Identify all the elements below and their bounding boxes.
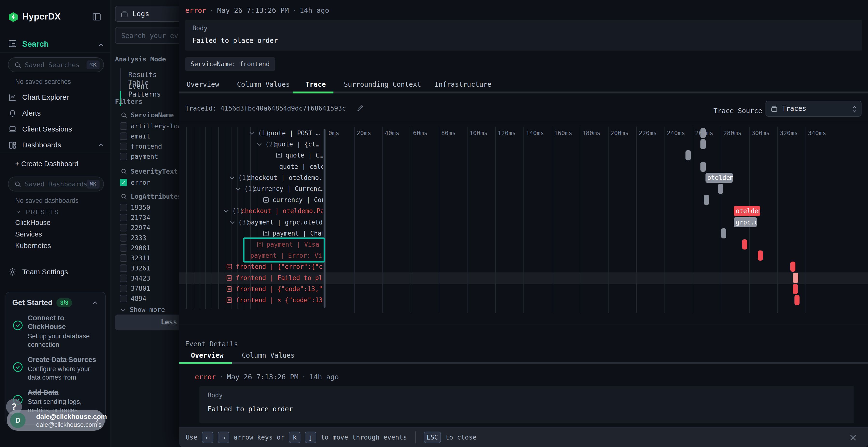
source-select[interactable]: Logs bbox=[115, 6, 179, 22]
saved-searches-input[interactable]: Saved Searches ⌘K bbox=[8, 57, 104, 72]
checkbox[interactable] bbox=[120, 295, 127, 302]
checkbox[interactable] bbox=[120, 244, 127, 252]
checkbox[interactable] bbox=[120, 153, 127, 160]
search-icon[interactable] bbox=[121, 168, 127, 175]
checkbox[interactable] bbox=[120, 265, 127, 272]
less-filters-button[interactable]: Less fil bbox=[115, 314, 179, 330]
filter-option-artillery-loa[interactable]: artillery-loa bbox=[111, 122, 179, 132]
preset-item-clickhouse[interactable]: ClickHouse bbox=[15, 219, 51, 227]
search-icon[interactable] bbox=[121, 193, 127, 200]
preset-item-services[interactable]: Services bbox=[15, 230, 42, 238]
span-bar[interactable] bbox=[758, 250, 763, 261]
sidebar-section-search[interactable]: Search bbox=[22, 39, 49, 49]
tab-trace[interactable]: Trace bbox=[306, 80, 326, 89]
preset-item-kubernetes[interactable]: Kubernetes bbox=[15, 242, 51, 250]
create-dashboard-button[interactable]: + Create Dashboard bbox=[15, 160, 79, 168]
filter-option-32311[interactable]: 32311 bbox=[111, 253, 179, 264]
filter-option-22974[interactable]: 22974 bbox=[111, 223, 179, 233]
presets-header[interactable]: PRESETS bbox=[15, 209, 59, 215]
get-started-item[interactable]: Connect to ClickHouseSet up your databas… bbox=[12, 314, 99, 349]
span-label[interactable]: currency | Currenc… bbox=[253, 185, 322, 193]
event-search-input[interactable]: Search your ev bbox=[115, 27, 179, 44]
user-menu[interactable]: D dale@clickhouse.com dale@clickhouse.co… bbox=[7, 410, 105, 431]
span-bar[interactable] bbox=[718, 184, 723, 194]
checkbox[interactable] bbox=[120, 275, 127, 282]
close-icon[interactable] bbox=[849, 433, 858, 442]
tab-surrounding-context[interactable]: Surrounding Context bbox=[344, 80, 421, 89]
span-label[interactable]: payment | grpc.oteld… bbox=[247, 219, 322, 226]
tab-column-values[interactable]: Column Values bbox=[237, 80, 290, 89]
tree-chevron-down-icon[interactable] bbox=[235, 185, 242, 193]
span-bar[interactable] bbox=[795, 295, 800, 305]
checkbox[interactable] bbox=[120, 224, 127, 232]
span-label[interactable]: checkout | oteldemo.… bbox=[247, 174, 322, 181]
event-details-tab-column-values[interactable]: Column Values bbox=[242, 351, 294, 359]
span-bar[interactable] bbox=[701, 128, 706, 138]
sidebar-item-alerts[interactable]: Alerts bbox=[0, 105, 111, 122]
span-label[interactable]: quote | calc… bbox=[279, 163, 322, 170]
span-bar[interactable] bbox=[701, 162, 706, 172]
checkbox[interactable] bbox=[120, 143, 127, 150]
span-bar[interactable] bbox=[701, 139, 706, 149]
waterfall-scrollbar[interactable] bbox=[323, 129, 326, 308]
span-label[interactable]: quote | {cl… bbox=[274, 141, 319, 148]
show-more-button[interactable]: Show more bbox=[111, 306, 179, 315]
service-name-chip[interactable]: ServiceName: frontend bbox=[185, 57, 275, 71]
span-label[interactable]: currency | Conv… bbox=[273, 196, 322, 204]
tree-chevron-down-icon[interactable] bbox=[222, 207, 230, 215]
get-started-item[interactable]: Create Data SourcesConfigure where your … bbox=[12, 355, 99, 382]
checkbox[interactable] bbox=[120, 133, 127, 140]
checkbox[interactable] bbox=[120, 122, 127, 130]
filter-option-4894[interactable]: 4894 bbox=[111, 294, 179, 304]
sidebar-item-client-sessions[interactable]: Client Sessions bbox=[0, 122, 111, 137]
filter-option-payment[interactable]: payment bbox=[111, 152, 179, 162]
span-bar[interactable]: oteldemo bbox=[734, 206, 760, 216]
chevron-up-icon[interactable] bbox=[97, 41, 105, 49]
tree-chevron-down-icon[interactable] bbox=[228, 174, 236, 181]
checkbox[interactable] bbox=[120, 214, 127, 221]
tree-chevron-down-icon[interactable] bbox=[248, 130, 255, 137]
collapse-sidebar-icon[interactable] bbox=[92, 12, 101, 22]
checkbox[interactable] bbox=[120, 204, 127, 211]
span-bar[interactable] bbox=[793, 284, 798, 294]
sidebar-item-chart-explorer[interactable]: Chart Explorer bbox=[0, 90, 111, 105]
chevron-up-icon[interactable] bbox=[97, 141, 104, 148]
span-label[interactable]: quote | C… bbox=[285, 152, 322, 159]
span-label[interactable]: checkout | oteldemo.Pa… bbox=[241, 207, 322, 215]
sidebar-item-team-settings[interactable]: Team Settings bbox=[0, 265, 111, 280]
span-label[interactable]: payment | Charge … bbox=[273, 230, 322, 237]
filter-option-error[interactable]: ✓error bbox=[111, 178, 179, 188]
filter-option-19350[interactable]: 19350 bbox=[111, 203, 179, 213]
filter-option-33261[interactable]: 33261 bbox=[111, 264, 179, 274]
span-bar[interactable]: oteldemo bbox=[706, 173, 733, 183]
tab-infrastructure[interactable]: Infrastructure bbox=[434, 80, 491, 89]
filter-option-34423[interactable]: 34423 bbox=[111, 274, 179, 284]
tree-chevron-down-icon[interactable] bbox=[255, 141, 263, 148]
span-label[interactable]: frontend | {"code":13,"det… bbox=[236, 285, 322, 293]
filter-option-21734[interactable]: 21734 bbox=[111, 213, 179, 223]
span-label[interactable]: frontend | {"error":{"code… bbox=[236, 263, 322, 270]
edit-icon[interactable] bbox=[356, 105, 364, 112]
tree-chevron-down-icon[interactable] bbox=[228, 219, 236, 226]
checkbox-checked[interactable]: ✓ bbox=[120, 179, 127, 186]
span-label[interactable]: frontend | Failed to place… bbox=[236, 274, 322, 281]
filter-option-2333[interactable]: 2333 bbox=[111, 233, 179, 243]
span-label[interactable]: frontend | × {"code":13,"d… bbox=[236, 297, 322, 304]
sidebar-item-dashboards[interactable]: Dashboards bbox=[0, 137, 111, 153]
span-label[interactable]: quote | POST … bbox=[267, 130, 320, 137]
checkbox[interactable] bbox=[120, 234, 127, 242]
span-bar[interactable] bbox=[790, 262, 796, 272]
checkbox[interactable] bbox=[120, 285, 127, 292]
span-bar[interactable] bbox=[793, 273, 798, 283]
search-icon[interactable] bbox=[121, 112, 127, 118]
saved-dashboards-input[interactable]: Saved Dashboards ⌘K bbox=[8, 176, 104, 192]
span-bar[interactable] bbox=[721, 228, 726, 238]
filter-option-29081[interactable]: 29081 bbox=[111, 243, 179, 253]
analysis-mode-event-patterns[interactable]: Event Patterns bbox=[128, 82, 179, 98]
chevron-up-icon[interactable] bbox=[92, 299, 99, 306]
filter-option-37801[interactable]: 37801 bbox=[111, 284, 179, 294]
span-bar[interactable] bbox=[704, 195, 709, 205]
span-bar[interactable]: grpc.o bbox=[734, 217, 757, 227]
filter-option-frontend[interactable]: frontend bbox=[111, 142, 179, 152]
tab-overview[interactable]: Overview bbox=[187, 80, 219, 89]
